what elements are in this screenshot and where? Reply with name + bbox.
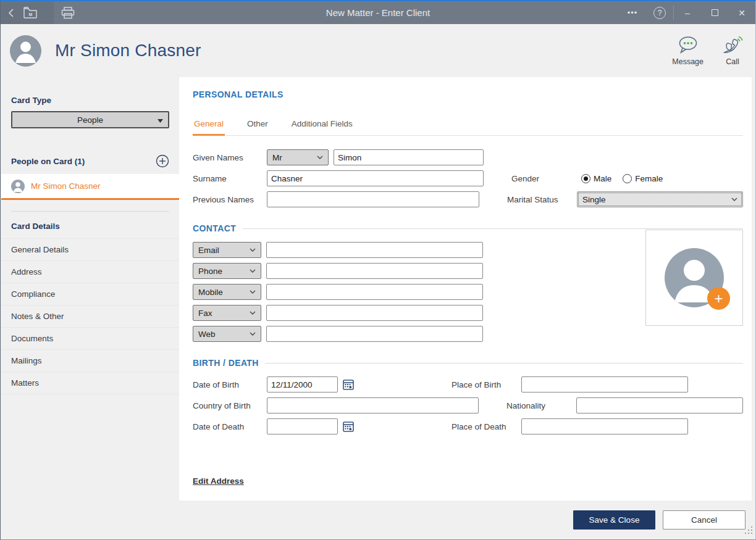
date-of-death-input[interactable] bbox=[267, 418, 338, 434]
sidebar-item-notes-other[interactable]: Notes & Other bbox=[1, 305, 179, 328]
sidebar-item-compliance[interactable]: Compliance bbox=[1, 283, 179, 305]
svg-text:M: M bbox=[29, 12, 33, 17]
tab-bar: General Other Additional Fields bbox=[193, 115, 743, 136]
gender-male-radio[interactable] bbox=[581, 174, 590, 183]
contact-type-select-email[interactable]: Email bbox=[193, 242, 261, 258]
nationality-label: Nationality bbox=[506, 401, 576, 410]
titlebar-left-group: M bbox=[1, 1, 54, 24]
birth-death-heading: BIRTH / DEATH bbox=[193, 358, 259, 368]
tab-general[interactable]: General bbox=[193, 115, 225, 136]
resize-grip[interactable] bbox=[745, 526, 753, 537]
chevron-down-icon bbox=[250, 332, 256, 336]
sidebar-item-address[interactable]: Address bbox=[1, 261, 179, 283]
cancel-button[interactable]: Cancel bbox=[663, 510, 746, 530]
contact-type-select-phone[interactable]: Phone bbox=[193, 263, 261, 279]
close-button[interactable]: ✕ bbox=[728, 1, 755, 24]
gender-label: Gender bbox=[511, 174, 581, 183]
marital-status-select[interactable]: Single bbox=[577, 191, 743, 207]
card-type-label: Card Type bbox=[1, 77, 179, 111]
page-title: Mr Simon Chasner bbox=[55, 41, 201, 60]
contact-input-mobile[interactable] bbox=[266, 284, 483, 300]
contact-type-select-mobile[interactable]: Mobile bbox=[193, 284, 261, 300]
add-person-button[interactable] bbox=[156, 154, 169, 168]
previous-names-label: Previous Names bbox=[193, 195, 267, 204]
message-button[interactable]: Message bbox=[672, 35, 704, 66]
print-icon[interactable] bbox=[61, 1, 75, 24]
call-icon bbox=[722, 35, 743, 55]
minimize-button[interactable]: – bbox=[674, 1, 701, 24]
sidebar-item-documents[interactable]: Documents bbox=[1, 328, 179, 350]
contact-input-email[interactable] bbox=[266, 242, 483, 258]
country-of-birth-label: Country of Birth bbox=[193, 401, 267, 410]
calendar-icon[interactable] bbox=[343, 379, 354, 390]
chevron-down-icon bbox=[317, 156, 323, 159]
card-type-select[interactable]: People bbox=[11, 111, 169, 128]
contact-input-phone[interactable] bbox=[266, 263, 483, 279]
call-button[interactable]: Call bbox=[722, 35, 743, 66]
titlebar: M New Matter - Enter Client ••• ? – ✕ bbox=[1, 1, 755, 24]
people-on-card-header: People on Card (1) bbox=[1, 148, 179, 174]
sidebar: Card Type People People on Card (1) bbox=[1, 77, 179, 539]
person-avatar-icon bbox=[11, 180, 25, 193]
chevron-down-icon bbox=[731, 197, 737, 201]
maximize-button[interactable] bbox=[701, 1, 728, 24]
marital-status-label: Marital Status bbox=[507, 195, 577, 204]
tab-additional-fields[interactable]: Additional Fields bbox=[290, 115, 354, 135]
gender-male-label: Male bbox=[594, 174, 611, 183]
given-names-input[interactable] bbox=[334, 149, 484, 165]
gender-female-radio[interactable] bbox=[623, 174, 632, 183]
footer-bar: Save & Close Cancel bbox=[179, 501, 752, 539]
card-details-header: Card Details bbox=[1, 212, 179, 239]
place-of-birth-label: Place of Birth bbox=[452, 380, 521, 389]
call-label: Call bbox=[726, 57, 739, 66]
nationality-input[interactable] bbox=[576, 397, 743, 413]
contact-type-select-fax[interactable]: Fax bbox=[193, 305, 261, 321]
help-icon[interactable]: ? bbox=[646, 1, 673, 24]
tab-other[interactable]: Other bbox=[246, 115, 269, 135]
contact-input-fax[interactable] bbox=[266, 305, 483, 321]
contact-input-web[interactable] bbox=[266, 326, 483, 342]
section-rule bbox=[242, 228, 743, 229]
personal-details-panel: PERSONAL DETAILS General Other Additiona… bbox=[179, 77, 752, 501]
sidebar-item-matters[interactable]: Matters bbox=[1, 372, 179, 394]
section-rule bbox=[265, 363, 743, 363]
maximize-icon bbox=[712, 9, 718, 16]
birth-death-section: BIRTH / DEATH Date of Birth bbox=[193, 358, 743, 434]
client-header: Mr Simon Chasner Message bbox=[1, 24, 755, 77]
date-of-death-label: Date of Death bbox=[193, 422, 267, 431]
card-type-value: People bbox=[12, 115, 168, 125]
title-select[interactable]: Mr bbox=[267, 149, 329, 165]
contact-type-select-web[interactable]: Web bbox=[193, 326, 261, 342]
message-label: Message bbox=[672, 57, 704, 66]
message-icon bbox=[677, 35, 699, 55]
given-names-label: Given Names bbox=[193, 153, 267, 162]
more-options-icon[interactable]: ••• bbox=[619, 1, 646, 24]
matter-folder-icon[interactable]: M bbox=[23, 1, 38, 24]
person-list-item[interactable]: Mr Simon Chasner bbox=[1, 174, 179, 200]
calendar-icon[interactable] bbox=[343, 421, 354, 432]
photo-placeholder: + bbox=[645, 230, 743, 326]
save-close-button[interactable]: Save & Close bbox=[573, 510, 655, 530]
chevron-down-icon bbox=[250, 311, 256, 315]
contact-section: CONTACT Email Phone bbox=[193, 223, 743, 342]
sidebar-item-mailings[interactable]: Mailings bbox=[1, 350, 179, 372]
surname-label: Surname bbox=[193, 174, 267, 183]
country-of-birth-input[interactable] bbox=[267, 397, 479, 413]
back-icon[interactable] bbox=[8, 1, 14, 24]
header-actions: Message Call bbox=[672, 35, 743, 66]
edit-address-link[interactable]: Edit Address bbox=[193, 476, 244, 486]
place-of-death-input[interactable] bbox=[521, 418, 688, 434]
surname-input[interactable] bbox=[267, 170, 484, 186]
person-name: Mr Simon Chasner bbox=[31, 181, 101, 191]
contact-heading: CONTACT bbox=[193, 223, 236, 233]
date-of-birth-input[interactable] bbox=[267, 376, 338, 393]
personal-details-heading: PERSONAL DETAILS bbox=[193, 89, 743, 99]
date-of-birth-label: Date of Birth bbox=[193, 380, 267, 389]
sidebar-item-general-details[interactable]: General Details bbox=[1, 239, 179, 261]
chevron-down-icon bbox=[250, 269, 256, 273]
plus-circle-icon bbox=[156, 154, 169, 168]
place-of-birth-input[interactable] bbox=[521, 376, 688, 393]
chevron-down-icon bbox=[250, 290, 256, 294]
add-photo-button[interactable]: + bbox=[707, 287, 730, 310]
previous-names-input[interactable] bbox=[267, 191, 479, 207]
